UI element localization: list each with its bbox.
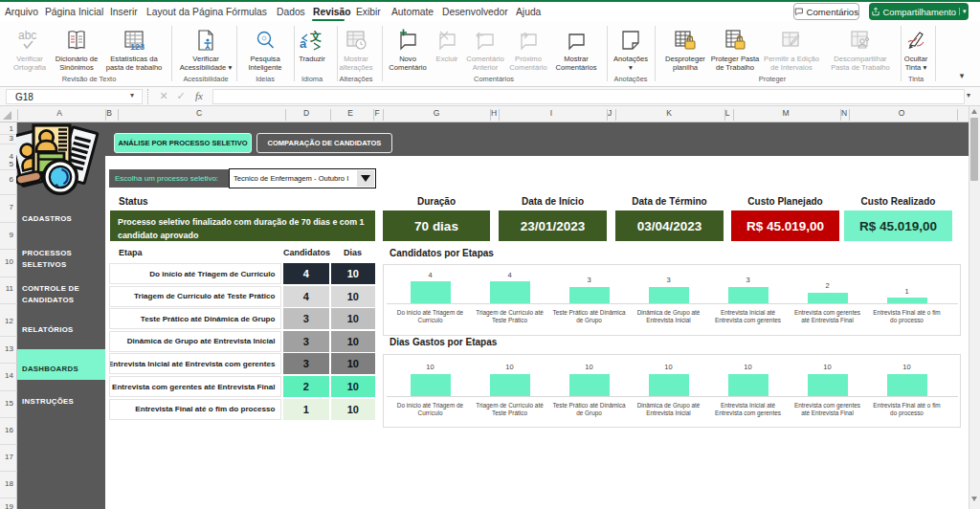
svg-text:123: 123 [130,42,145,52]
